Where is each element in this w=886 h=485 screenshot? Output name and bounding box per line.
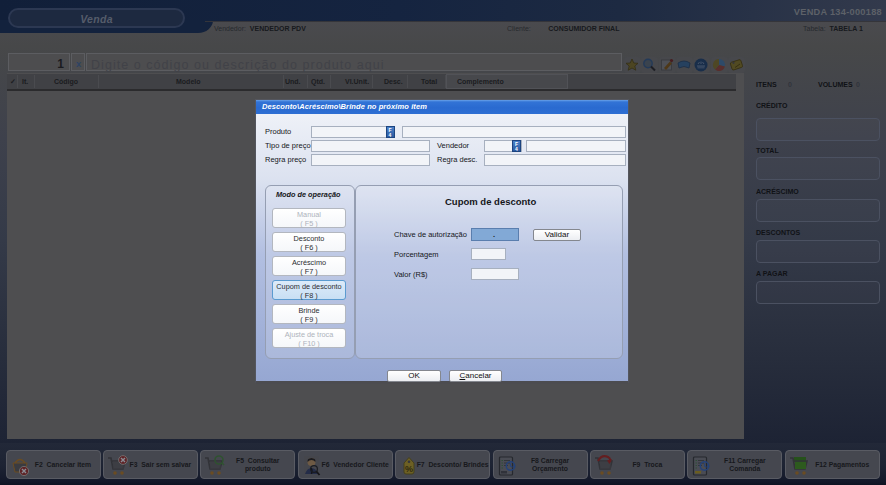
svg-text:%: %: [405, 464, 413, 474]
